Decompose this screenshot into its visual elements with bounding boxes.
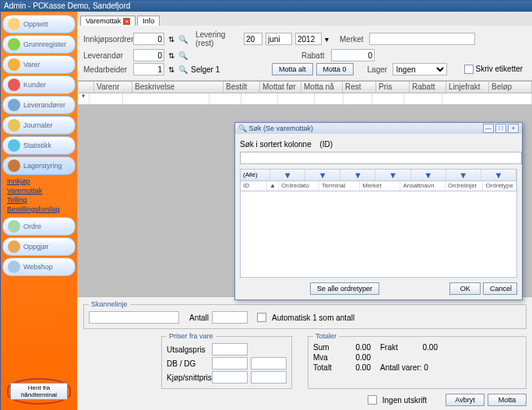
close-icon[interactable]: × <box>123 18 130 25</box>
ingen-utskrift-checkbox[interactable] <box>368 395 377 405</box>
innkjopsordrenr-input[interactable] <box>133 33 164 45</box>
close-icon[interactable]: × <box>508 124 519 133</box>
sidebar-label: Oppgjør <box>23 243 49 251</box>
mcol-terminal[interactable]: Terminal <box>319 181 360 191</box>
search-dialog: 🔍 Søk (Se varemottak) — □ × Søk i sorter… <box>234 122 523 300</box>
sidebar-item-leverandorer[interactable]: Leverandører <box>2 96 76 114</box>
lev-year-input[interactable] <box>295 33 322 45</box>
sidebar-label: Webshop <box>23 263 53 271</box>
sidebar-item-journaler[interactable]: Journaler <box>2 116 76 135</box>
mcol-ansatt[interactable]: Ansattnavn <box>400 181 446 191</box>
sub-bestillingsforslag[interactable]: Bestillingsforslag <box>7 205 76 214</box>
search-icon[interactable]: 🔍 <box>178 65 188 74</box>
col-pris[interactable]: Pris <box>376 82 410 93</box>
mcol-merket[interactable]: Merket <box>360 181 400 191</box>
modal-columns: ID▲ Ordredato Terminal Merket Ansattnavn… <box>240 181 517 191</box>
se-alle-ordretyper-button[interactable]: Se alle ordretyper <box>310 282 379 295</box>
dialog-title: Søk (Se varemottak) <box>249 124 314 132</box>
mcol-id[interactable]: ID <box>241 181 267 191</box>
tab-varemottak[interactable]: Varemottak× <box>80 16 136 26</box>
motta-0-button[interactable]: Motta 0 <box>316 63 354 75</box>
sidebar-label: Journaler <box>23 121 53 129</box>
col-rabatt[interactable]: Rabatt <box>410 82 446 93</box>
spinner-icon[interactable]: ⇅ <box>167 65 175 74</box>
snitt-input[interactable] <box>251 371 287 384</box>
cancel-button[interactable]: Cancel <box>483 282 517 295</box>
sidebar-item-kunder[interactable]: Kunder <box>2 75 76 94</box>
dg-input[interactable] <box>251 357 287 370</box>
motta-button[interactable]: Motta <box>488 394 527 406</box>
col-linjefrakt[interactable]: Linjefrakt <box>446 82 489 93</box>
kjop-input[interactable] <box>212 371 248 384</box>
skannelinje-fieldset: Skannelinje Antall Automatisk 1 som anta… <box>83 300 527 329</box>
modal-list[interactable] <box>240 191 517 278</box>
col-beskrivelse[interactable]: Beskrivelse <box>132 82 224 93</box>
minimize-icon[interactable]: — <box>483 124 494 133</box>
sub-innkjop[interactable]: Innkjøp <box>7 177 76 186</box>
col-mottana[interactable]: Motta nå <box>301 82 343 93</box>
mcol-ordredato[interactable]: Ordredato <box>279 181 319 191</box>
sub-varemottak[interactable]: Varemottak <box>7 186 76 195</box>
col-varenr[interactable]: Varenr <box>94 82 132 93</box>
db-input[interactable] <box>212 357 248 370</box>
ok-button[interactable]: OK <box>449 282 481 295</box>
filter-icon[interactable]: ▼ <box>411 170 446 180</box>
col-rest[interactable]: Rest <box>343 82 376 93</box>
maximize-icon[interactable]: □ <box>495 124 506 133</box>
mcol-ordretype[interactable]: Ordretype <box>483 181 516 191</box>
hent-fra-handterminal-button[interactable]: Hent fra håndterminal <box>10 383 68 400</box>
dbdg-label: DB / DG <box>167 359 209 368</box>
spinner-icon[interactable]: ⇅ <box>167 35 175 44</box>
grid-new-row[interactable]: * <box>78 93 532 104</box>
auto-checkbox[interactable] <box>257 313 266 322</box>
filter-alle[interactable]: (Alle) <box>241 170 270 180</box>
avbryt-button[interactable]: Avbryt <box>446 394 484 406</box>
skriv-etiketter-checkbox[interactable] <box>464 65 474 74</box>
lager-select[interactable]: Ingen <box>393 63 447 75</box>
search-input[interactable] <box>240 152 522 164</box>
leverandor-input[interactable] <box>133 49 164 61</box>
filter-icon[interactable]: ▼ <box>481 170 516 180</box>
sidebar-item-statistikk[interactable]: Statistikk <box>2 136 76 155</box>
sidebar-item-varer[interactable]: Varer <box>2 55 76 74</box>
col-bestilt[interactable]: Bestilt <box>224 82 260 93</box>
rabatt-input[interactable] <box>331 49 375 61</box>
col-star[interactable] <box>78 82 94 93</box>
antall-label: Antall <box>182 314 209 322</box>
spinner-icon[interactable]: ⇅ <box>167 51 175 60</box>
utsalg-input[interactable] <box>212 343 248 356</box>
lev-day-input[interactable] <box>244 33 262 45</box>
mcol-ordrelinjer[interactable]: Ordrelinjer <box>446 181 484 191</box>
col-belop[interactable]: Beløp <box>489 82 532 93</box>
lev-month-input[interactable] <box>266 33 292 45</box>
sidebar-label: Leverandører <box>23 101 65 109</box>
search-icon[interactable]: 🔍 <box>178 35 188 44</box>
col-mottatfor[interactable]: Mottat før <box>260 82 301 93</box>
filter-icon[interactable]: ▼ <box>305 170 340 180</box>
filter-icon[interactable]: ▼ <box>446 170 481 180</box>
chevron-down-icon[interactable]: ▾ <box>325 35 329 44</box>
scan-input[interactable] <box>89 311 179 324</box>
sidebar-item-lagerstyring[interactable]: Lagerstyring <box>2 156 76 175</box>
merket-input[interactable] <box>369 33 475 45</box>
tab-label: Info <box>143 17 154 25</box>
sidebar-item-oppgjor[interactable]: Oppgjør <box>2 237 76 256</box>
levering-label: Levering (rest) <box>196 30 241 47</box>
antall-input[interactable] <box>212 311 248 324</box>
tab-info[interactable]: Info <box>137 16 160 26</box>
sidebar-item-webshop[interactable]: Webshop <box>2 258 76 276</box>
search-icon: 🔍 <box>238 124 247 132</box>
tab-label: Varemottak <box>86 17 121 25</box>
sidebar-item-oppsett[interactable]: Oppsett <box>2 15 76 33</box>
medarbeider-input[interactable] <box>133 63 164 75</box>
sub-telling[interactable]: Telling <box>7 195 76 205</box>
sidebar-item-grunnregister[interactable]: Grunnregister <box>2 35 76 54</box>
motta-alt-button[interactable]: Motta alt <box>272 63 313 75</box>
sidebar-submenu: Innkjøp Varemottak Telling Bestillingsfo… <box>7 177 76 214</box>
filter-icon[interactable]: ▼ <box>270 170 305 180</box>
filter-icon[interactable]: ▼ <box>340 170 375 180</box>
sidebar-item-ordre[interactable]: Ordre <box>2 217 76 236</box>
frakt-value: 0.00 <box>407 343 438 352</box>
search-icon[interactable]: 🔍 <box>178 51 188 60</box>
filter-icon[interactable]: ▼ <box>375 170 410 180</box>
